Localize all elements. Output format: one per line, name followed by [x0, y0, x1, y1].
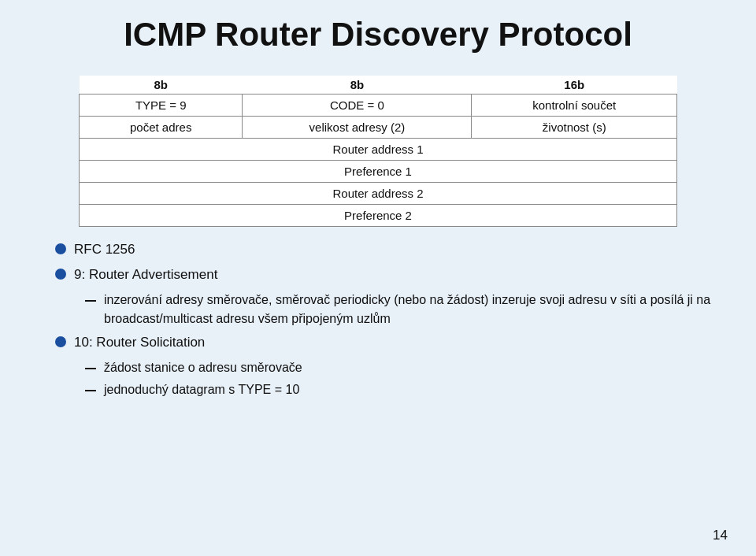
cell-r1c1: TYPE = 9	[80, 95, 243, 117]
bullet-router-solic-text: 10: Router Solicitation	[74, 332, 724, 353]
bullet-router-advert: 9: Router Advertisement	[55, 265, 724, 285]
cell-r3: Router address 1	[80, 139, 677, 161]
icmp-table: 8b 8b 16b TYPE = 9 CODE = 0 kontrolní so…	[79, 76, 677, 227]
table-wrapper: 8b 8b 16b TYPE = 9 CODE = 0 kontrolní so…	[32, 76, 724, 227]
table-row: Router address 1	[80, 139, 677, 161]
cell-r2c3: životnost (s)	[472, 117, 677, 139]
col-header-2: 8b	[243, 76, 472, 95]
slide-page: ICMP Router Discovery Protocol 8b 8b 16b…	[0, 0, 756, 556]
table-row: TYPE = 9 CODE = 0 kontrolní součet	[80, 95, 677, 117]
sub-advert-text: inzerování adresy směrovače, směrovač pe…	[104, 291, 724, 330]
sub-item-solic-2: jednoduchý datagram s TYPE = 10	[85, 380, 724, 400]
table-row: Router address 2	[80, 183, 677, 205]
table-row: Preference 2	[80, 205, 677, 227]
sub-dash-icon	[85, 368, 96, 369]
sub-item-advert: inzerování adresy směrovače, směrovač pe…	[85, 291, 724, 330]
sub-item-solic-1: žádost stanice o adresu směrovače	[85, 358, 724, 378]
cell-r5: Router address 2	[80, 183, 677, 205]
cell-r4: Preference 1	[80, 161, 677, 183]
col-headers-row: 8b 8b 16b	[80, 76, 677, 95]
cell-r1c2: CODE = 0	[243, 95, 472, 117]
bullet-router-advert-text: 9: Router Advertisement	[74, 265, 724, 285]
bullet-dot-icon	[55, 243, 66, 254]
col-header-3: 16b	[472, 76, 677, 95]
table-row: Preference 1	[80, 161, 677, 183]
bullet-rfc-text: RFC 1256	[74, 239, 724, 260]
page-number: 14	[713, 528, 728, 543]
sub-dash-icon	[85, 300, 96, 302]
sub-solic-text-2: jednoduchý datagram s TYPE = 10	[104, 380, 724, 400]
bullet-rfc: RFC 1256	[55, 239, 724, 260]
table-row: počet adres velikost adresy (2) životnos…	[80, 117, 677, 139]
cell-r1c3: kontrolní součet	[472, 95, 677, 117]
bullet-dot-icon	[55, 269, 66, 280]
slide-title: ICMP Router Discovery Protocol	[32, 16, 724, 61]
col-header-1: 8b	[80, 76, 243, 95]
cell-r2c1: počet adres	[80, 117, 243, 139]
sub-solic-text-1: žádost stanice o adresu směrovače	[104, 358, 724, 378]
cell-r6: Preference 2	[80, 205, 677, 227]
cell-r2c2: velikost adresy (2)	[243, 117, 472, 139]
content-area: RFC 1256 9: Router Advertisement inzerov…	[32, 239, 724, 403]
bullet-dot-icon	[55, 336, 66, 347]
bullet-router-solic: 10: Router Solicitation	[55, 332, 724, 353]
sub-dash-icon	[85, 390, 96, 391]
